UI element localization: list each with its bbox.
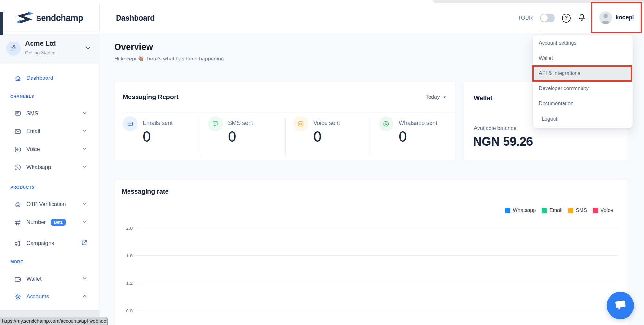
sidebar-item-sms[interactable]: SMS [0,108,100,119]
dropdown-caret-icon: ▾ [443,95,446,99]
available-balance-value: NGN 59.26 [473,135,533,149]
whatsapp-icon [379,116,393,131]
messaging-rate-card: Messaging rate Whatsapp Email SMS Voice [114,179,628,325]
chevron-down-icon [82,128,88,135]
chevron-down-icon [82,219,88,226]
chat-launcher-button[interactable] [607,292,634,319]
stat-whatsapp-sent: Whatsapp sent 0 [371,116,456,158]
available-balance-label: Available balance [474,125,516,132]
browser-chrome-strip [0,0,644,3]
period-select[interactable]: Today ▾ [425,94,446,100]
sidebar-item-label: Voice [26,146,40,153]
topbar-actions: TOUR ? [518,3,586,33]
sidebar-item-label: SMS [26,110,38,117]
messaging-report-card: Messaging Report Today ▾ Emails sent 0 [114,81,456,161]
menu-item-account-settings[interactable]: Account settings [533,35,633,51]
left-edge-artifact [0,12,3,35]
sidebar-item-otp-verification[interactable]: OTP Verification [0,199,100,210]
legend-chip [542,208,547,213]
org-switcher[interactable]: Acme Ltd Getting Started [0,34,100,63]
stat-value: 0 [399,129,437,144]
toggle-knob [541,14,548,22]
y-tick: 1.2 [115,281,133,285]
sidebar-item-label: Campaigns [26,240,54,246]
gear-icon [14,293,22,301]
user-menu-trigger[interactable]: kocepi [591,2,642,33]
sidebar-item-label: Number [26,219,46,226]
external-link-icon [81,239,88,247]
org-subtitle: Getting Started [25,50,55,55]
overview-greeting: Hi kocepi 👋🏽, here's what has been happe… [114,56,224,62]
legend-chip [593,208,598,213]
menu-item-wallet[interactable]: Wallet [533,51,633,66]
brand-wordmark: sendchamp [36,13,83,23]
home-icon [14,75,22,82]
section-label-channels: CHANNELS [10,94,34,99]
chat-bubble-icon [614,299,627,312]
legend-chip [568,208,573,213]
wallet-icon [14,275,22,283]
beta-badge: Beta [51,219,66,226]
menu-item-documentation[interactable]: Documentation [533,96,633,111]
stat-voice-sent: Voice sent 0 [285,116,371,158]
chevron-down-icon [82,275,88,283]
help-icon[interactable]: ? [562,14,571,23]
chevron-down-icon [82,110,88,117]
chevron-down-icon [82,146,88,153]
sidebar-item-label: Dashboard [26,75,53,81]
bell-icon[interactable] [578,13,586,23]
sidebar-item-accounts[interactable]: Accounts [0,291,100,302]
sidebar-item-label: Accounts [26,293,49,300]
brand-logo-zone[interactable]: sendchamp [0,3,100,33]
status-bar-url: https://my.sendchamp.com/accounts/api-we… [0,317,108,325]
gridline [136,228,618,228]
chevron-up-icon [82,293,88,301]
y-tick: 2.0 [115,226,133,230]
menu-item-api-integrations[interactable]: API & Integrations [533,66,633,81]
legend-item-voice: Voice [593,208,613,213]
stat-label: Whatsapp sent [399,120,437,126]
sendchamp-dashboard-screen: sendchamp Dashboard TOUR ? kocepi [0,0,644,325]
legend-item-sms: SMS [568,208,587,213]
tour-toggle[interactable] [540,14,555,22]
topbar: sendchamp Dashboard TOUR ? [0,3,644,33]
stat-label: Voice sent [313,120,340,126]
sms-icon [208,116,223,131]
sidebar-subitem-hovered[interactable] [0,310,100,317]
stat-value: 0 [228,129,253,144]
chevron-down-icon [82,164,88,171]
user-dropdown-menu: Account settings Wallet API & Integratio… [533,35,633,128]
voice-icon [293,116,308,131]
chevron-down-icon [82,201,88,208]
messaging-report-header: Messaging Report Today ▾ [115,82,455,112]
menu-item-developer-community[interactable]: Developer commnuity [533,81,633,96]
sidebar-item-wallet[interactable]: Wallet [0,274,100,284]
mail-icon [123,116,137,131]
sidebar-item-dashboard[interactable]: Dashboard [0,73,100,84]
megaphone-icon [14,240,22,247]
user-name: kocepi [615,14,634,21]
divider [123,112,455,112]
legend-chip [505,208,510,213]
mail-icon [14,128,22,135]
overview-title: Overview [114,42,153,52]
sidebar-item-label: OTP Verification [26,201,66,208]
sidebar-item-campaigns[interactable]: Campaigns [0,238,100,249]
lock-icon [14,201,22,208]
sidebar-item-number[interactable]: Number Beta [0,217,100,228]
sendchamp-logo-icon [16,11,33,25]
section-label-more: MORE [10,260,23,264]
sidebar-item-whatsapp[interactable]: Whatsapp [0,162,100,173]
stat-emails-sent: Emails sent 0 [115,116,200,158]
avatar [599,11,612,24]
tour-label: TOUR [518,15,533,21]
sidebar: Acme Ltd Getting Started Dashboard CHANN… [0,33,100,325]
stat-value: 0 [313,129,340,144]
sidebar-item-email[interactable]: Email [0,126,100,137]
stat-sms-sent: SMS sent 0 [200,116,285,158]
wallet-card-title: Wallet [474,95,492,102]
sidebar-item-label: Wallet [26,276,42,282]
sidebar-item-voice[interactable]: Voice [0,144,100,155]
period-value: Today [425,94,440,100]
menu-item-logout[interactable]: Logout [533,111,633,126]
